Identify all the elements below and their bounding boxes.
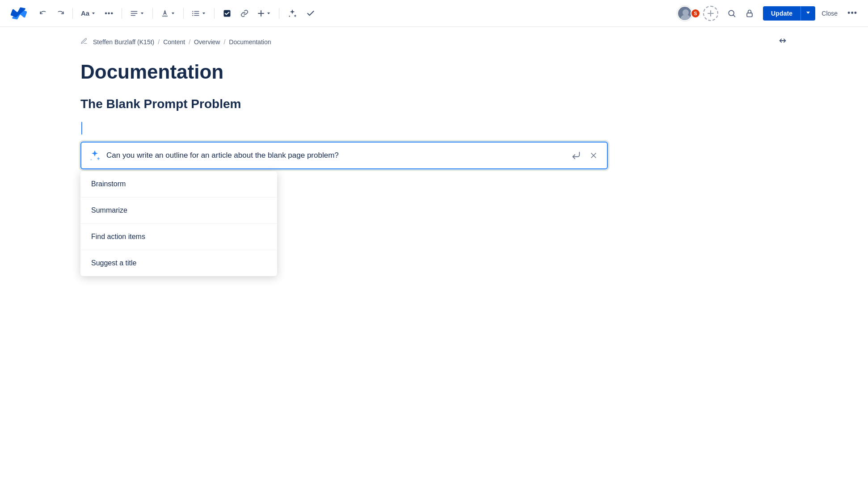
- content-area: Documentation The Blank Prompt Problem C…: [0, 52, 626, 187]
- collaborator-avatar[interactable]: S: [691, 8, 700, 18]
- text-format-button[interactable]: Aa: [77, 7, 99, 20]
- confluence-logo[interactable]: [7, 4, 34, 23]
- dropdown-item-brainstorm[interactable]: Brainstorm: [80, 171, 277, 197]
- ai-prompt-wrapper: Can you write an outline for an article …: [80, 142, 545, 169]
- more-label: •••: [105, 9, 114, 17]
- ai-suggestions-dropdown: Brainstorm Summarize Find action items S…: [80, 171, 277, 276]
- insert-button[interactable]: [254, 7, 274, 20]
- ai-prompt-actions: [569, 149, 600, 162]
- check-button[interactable]: [303, 6, 319, 21]
- breadcrumb-separator-3: /: [223, 38, 225, 46]
- update-button[interactable]: Update: [763, 6, 801, 21]
- update-button-group: Update: [763, 6, 815, 21]
- svg-rect-15: [747, 13, 752, 17]
- page-title[interactable]: Documentation: [80, 61, 545, 83]
- breadcrumb-item-overview[interactable]: Overview: [194, 38, 220, 46]
- ai-submit-button[interactable]: [569, 149, 583, 162]
- breadcrumb-item-content[interactable]: Content: [163, 38, 185, 46]
- svg-point-6: [192, 11, 193, 12]
- avatar-group: S: [677, 6, 718, 21]
- checkbox-button[interactable]: [219, 6, 235, 21]
- redo-button[interactable]: [53, 7, 68, 20]
- svg-point-8: [192, 15, 193, 16]
- breadcrumb-separator-2: /: [189, 38, 190, 46]
- svg-line-14: [733, 15, 735, 17]
- lock-button[interactable]: [742, 6, 758, 21]
- expand-width-button[interactable]: [778, 36, 788, 48]
- close-button[interactable]: Close: [817, 7, 842, 20]
- text-cursor-row[interactable]: [80, 120, 545, 136]
- breadcrumb-item-person[interactable]: Steffen Burzlaff (K15t): [93, 38, 154, 46]
- section-heading[interactable]: The Blank Prompt Problem: [80, 97, 545, 111]
- toolbar: Aa •••: [0, 0, 868, 27]
- dropdown-item-suggest-title[interactable]: Suggest a title: [80, 250, 277, 276]
- text-color-button[interactable]: [157, 7, 179, 20]
- align-button[interactable]: [126, 7, 148, 20]
- breadcrumb: Steffen Burzlaff (K15t) / Content / Over…: [0, 27, 868, 52]
- more-options-button[interactable]: •••: [844, 6, 861, 21]
- text-format-label: Aa: [81, 9, 89, 17]
- undo-button[interactable]: [36, 7, 51, 20]
- ai-spinning-icon: [88, 149, 101, 162]
- svg-point-7: [192, 13, 193, 13]
- user-avatar[interactable]: [677, 6, 692, 21]
- collaborator-initial: S: [694, 11, 697, 16]
- breadcrumb-item-documentation[interactable]: Documentation: [229, 38, 271, 46]
- more-options-icon: •••: [847, 8, 857, 18]
- dropdown-item-summarize[interactable]: Summarize: [80, 197, 277, 224]
- ai-prompt-text[interactable]: Can you write an outline for an article …: [106, 150, 564, 161]
- breadcrumb-separator-1: /: [158, 38, 160, 46]
- dropdown-item-find-action-items[interactable]: Find action items: [80, 224, 277, 250]
- list-button[interactable]: [188, 7, 210, 20]
- link-button[interactable]: [237, 7, 252, 20]
- edit-icon: [80, 38, 88, 46]
- svg-point-11: [683, 9, 689, 16]
- text-cursor: [81, 122, 82, 134]
- search-button[interactable]: [724, 6, 740, 21]
- update-dropdown-button[interactable]: [801, 6, 815, 21]
- svg-point-13: [729, 10, 734, 16]
- ai-close-button[interactable]: [587, 149, 600, 162]
- ai-button[interactable]: [284, 6, 301, 21]
- add-collaborator-button[interactable]: [703, 6, 718, 21]
- ai-prompt-box[interactable]: Can you write an outline for an article …: [80, 142, 608, 169]
- more-toolbar-button[interactable]: •••: [101, 7, 117, 20]
